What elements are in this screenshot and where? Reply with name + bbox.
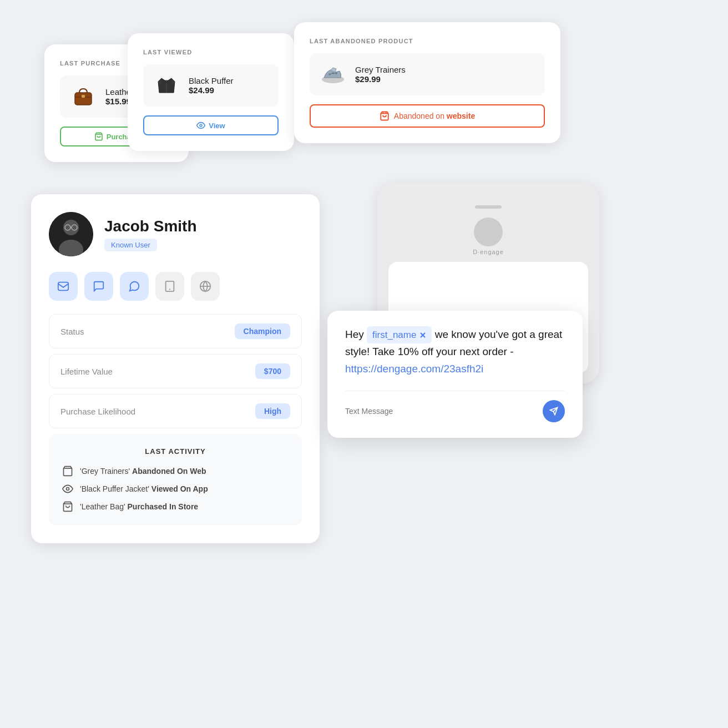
abandoned-btn-bold: website [447, 112, 475, 120]
sms-prefix: Hey [345, 328, 367, 340]
channel-icons-row [49, 272, 302, 301]
profile-header: Jacob Smith Known User [49, 212, 302, 256]
viewed-product-row: Black Puffer $24.99 [143, 64, 279, 107]
viewed-button[interactable]: View [143, 115, 279, 135]
profile-card: Jacob Smith Known User [31, 194, 320, 543]
avatar [49, 212, 93, 256]
profile-info: Jacob Smith Known User [104, 218, 196, 251]
activity-item-3: 'Leather Bag' Purchased In Store [62, 501, 289, 512]
status-value: Champion [235, 323, 290, 339]
sms-card: Hey first_name we know you've got a grea… [327, 311, 583, 438]
phone-top: D·engage [388, 196, 588, 262]
phone-avatar [474, 218, 503, 246]
last-viewed-card: LAST VIEWED Black Puffer $24.99 [128, 33, 294, 151]
svg-point-5 [200, 124, 202, 127]
status-row: Status Champion [49, 314, 302, 348]
tablet-channel-button[interactable] [155, 272, 184, 301]
whatsapp-channel-button[interactable] [120, 272, 149, 301]
viewed-card-title: LAST VIEWED [143, 49, 279, 55]
viewed-product-price: $24.99 [189, 85, 234, 95]
last-abandoned-card: LAST ABANDONED PRODUCT Grey Trainers $29… [294, 22, 560, 143]
likelihood-value: High [255, 403, 290, 419]
profile-name: Jacob Smith [104, 218, 196, 235]
likelihood-row: Purchase Likelihood High [49, 394, 302, 428]
activity-item-1: 'Grey Trainers' Abandoned On Web [62, 466, 289, 477]
activity-3-text: 'Leather Bag' Purchased In Store [80, 502, 198, 511]
phone-speaker [475, 205, 502, 209]
lifetime-value: $700 [255, 363, 290, 379]
abandoned-product-image [318, 60, 347, 89]
sms-channel-button[interactable] [84, 272, 113, 301]
svg-line-13 [383, 112, 383, 113]
svg-rect-0 [75, 93, 92, 105]
abandoned-product-price: $29.99 [355, 74, 406, 84]
lifetime-label: Lifetime Value [60, 367, 113, 376]
sms-text-input[interactable] [345, 407, 537, 416]
sms-firstname-tag: first_name [367, 326, 432, 343]
purchase-product-image [69, 82, 98, 111]
viewed-product-info: Black Puffer $24.99 [189, 76, 234, 95]
abandoned-product-row: Grey Trainers $29.99 [310, 53, 545, 95]
sms-send-button[interactable] [543, 400, 565, 422]
known-user-badge: Known User [104, 239, 157, 251]
email-channel-button[interactable] [49, 272, 78, 301]
viewed-btn-label: View [209, 122, 225, 130]
activity-item-2: 'Black Puffer Jacket' Viewed On App [62, 483, 289, 494]
likelihood-label: Purchase Likelihood [60, 407, 135, 416]
abandoned-button[interactable]: Abandoned on website [310, 104, 545, 128]
svg-line-14 [386, 112, 386, 113]
abandoned-product-name: Grey Trainers [355, 65, 406, 74]
activity-2-text: 'Black Puffer Jacket' Viewed On App [80, 484, 208, 493]
abandoned-btn-text: Abandoned on website [394, 112, 475, 120]
viewed-product-name: Black Puffer [189, 76, 234, 85]
viewed-product-image [152, 71, 181, 100]
main-scene: LAST PURCHASE Leather Bag $15.99 [0, 0, 728, 728]
lifetime-row: Lifetime Value $700 [49, 354, 302, 388]
svg-rect-2 [82, 95, 85, 98]
activity-1-text: 'Grey Trainers' Abandoned On Web [80, 467, 206, 476]
web-channel-button[interactable] [191, 272, 220, 301]
abandoned-product-info: Grey Trainers $29.99 [355, 65, 406, 84]
abandoned-card-title: LAST ABANDONED PRODUCT [310, 38, 545, 44]
sms-link[interactable]: https://dengage.com/23asfh2i [345, 363, 483, 375]
svg-rect-21 [58, 282, 68, 291]
abandoned-btn-prefix: Abandoned on [394, 112, 447, 120]
sms-input-row [345, 391, 565, 422]
status-label: Status [60, 327, 84, 336]
svg-point-27 [67, 488, 69, 491]
sms-message-text: Hey first_name we know you've got a grea… [345, 326, 565, 377]
last-activity-section: LAST ACTIVITY 'Grey Trainers' Abandoned … [49, 434, 302, 525]
last-activity-title: LAST ACTIVITY [62, 447, 289, 456]
phone-brand: D·engage [473, 249, 504, 255]
